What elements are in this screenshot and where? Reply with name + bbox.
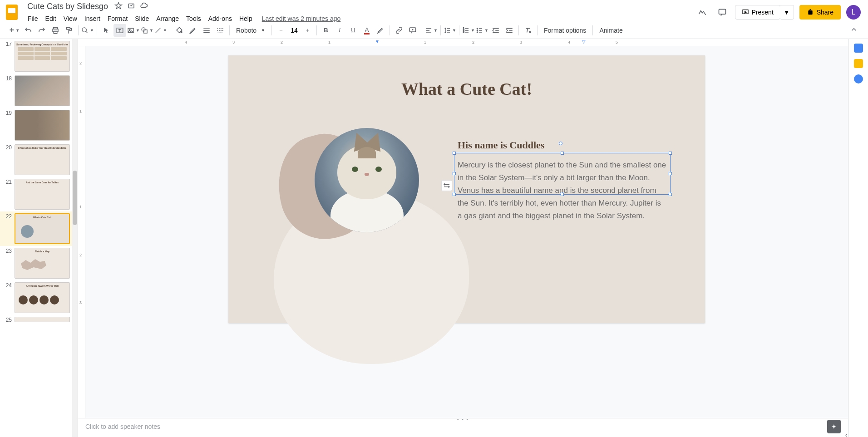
print-button[interactable] xyxy=(49,24,62,37)
notes-resize-grip[interactable]: • • • xyxy=(457,417,469,422)
select-tool[interactable] xyxy=(100,24,113,37)
menu-format[interactable]: Format xyxy=(104,13,131,24)
notes-placeholder: Click to add speaker notes xyxy=(85,423,160,430)
menu-help[interactable]: Help xyxy=(236,13,256,24)
menu-view[interactable]: View xyxy=(60,13,80,24)
present-dropdown[interactable]: ▼ xyxy=(780,5,794,20)
slide-canvas[interactable]: What a Cute Cat! His name is Cuddles xyxy=(228,55,705,323)
font-size-increase[interactable]: + xyxy=(301,24,314,37)
redo-button[interactable] xyxy=(35,24,48,37)
textbox-tool[interactable] xyxy=(113,24,126,37)
menu-edit[interactable]: Edit xyxy=(42,13,59,24)
calendar-icon[interactable] xyxy=(854,44,863,53)
selection-handle-sw[interactable] xyxy=(453,193,456,196)
slide-thumb-19[interactable] xyxy=(15,110,70,141)
selection-handle-e[interactable] xyxy=(669,172,672,175)
expand-right-panel[interactable]: ‹ xyxy=(842,428,851,437)
slide-body-text[interactable]: Mercury is the closest planet to the Sun… xyxy=(458,159,666,222)
sidebar-scrollbar-thumb[interactable] xyxy=(73,171,77,225)
menu-insert[interactable]: Insert xyxy=(81,13,104,24)
font-size-decrease[interactable]: − xyxy=(275,24,287,37)
text-color-button[interactable]: A xyxy=(360,24,373,37)
selection-handle-w[interactable] xyxy=(453,172,456,175)
activity-icon[interactable] xyxy=(695,5,710,20)
slide-thumb-22[interactable]: What a Cute Cat! xyxy=(15,213,70,244)
selection-handle-nw[interactable] xyxy=(453,152,456,155)
present-button[interactable]: Present xyxy=(735,5,780,20)
undo-button[interactable] xyxy=(22,24,35,37)
star-icon[interactable] xyxy=(114,2,123,11)
slide-thumb-21[interactable]: And the Same Goes for Tables xyxy=(15,179,70,210)
svg-rect-12 xyxy=(144,29,147,33)
slide-thumb-25[interactable] xyxy=(15,317,70,322)
menu-addons[interactable]: Add-ons xyxy=(205,13,235,24)
fill-color-button[interactable] xyxy=(173,24,186,37)
menu-tools[interactable]: Tools xyxy=(183,13,204,24)
slide-thumb-20[interactable]: Infographics Make Your Idea Understandab… xyxy=(15,144,70,175)
slide-number: 17 xyxy=(5,41,12,72)
explore-button[interactable]: ✦ xyxy=(827,420,841,433)
line-spacing-button[interactable]: ▼ xyxy=(444,24,456,37)
menu-slide[interactable]: Slide xyxy=(132,13,152,24)
slide-panel[interactable]: 17 Sometimes, Reviewing Concepts Is a Go… xyxy=(0,39,78,437)
vertical-ruler[interactable]: 2 1 1 2 3 xyxy=(78,46,85,437)
horizontal-ruler[interactable]: 4 3 2 1 1 2 3 4 5 ▼ ▽ xyxy=(78,39,848,46)
tasks-icon[interactable] xyxy=(854,74,863,83)
slides-logo[interactable] xyxy=(4,4,20,20)
selection-handle-se[interactable] xyxy=(669,193,672,196)
paint-format-button[interactable] xyxy=(63,24,75,37)
bullet-list-button[interactable]: ▼ xyxy=(476,24,488,37)
underline-button[interactable]: U xyxy=(347,24,360,37)
share-button[interactable]: Share xyxy=(799,5,841,20)
slide-title[interactable]: What a Cute Cat! xyxy=(228,79,705,99)
bold-button[interactable]: B xyxy=(320,24,332,37)
indent-increase-button[interactable] xyxy=(503,24,516,37)
cat-image[interactable] xyxy=(315,128,419,232)
clear-formatting-button[interactable] xyxy=(522,24,534,37)
indent-marker-left[interactable]: ▼ xyxy=(375,39,380,44)
doc-title[interactable]: Cute Cats by Slidesgo xyxy=(25,1,111,12)
slide-thumb-24[interactable]: A Timeline Always Works Well xyxy=(15,282,70,313)
font-size-input[interactable] xyxy=(287,25,301,36)
shape-tool[interactable]: ▼ xyxy=(141,24,153,37)
link-button[interactable] xyxy=(393,24,405,37)
numbered-list-button[interactable]: 123▼ xyxy=(462,24,475,37)
align-button[interactable]: ▼ xyxy=(425,24,438,37)
selection-handle-ne[interactable] xyxy=(669,152,672,155)
menu-arrange[interactable]: Arrange xyxy=(153,13,182,24)
speaker-notes[interactable]: • • • Click to add speaker notes ✦ ‹ xyxy=(78,418,848,437)
autofit-options-icon[interactable] xyxy=(441,180,452,191)
slide-number: 21 xyxy=(5,179,12,210)
avatar[interactable]: L xyxy=(846,5,861,20)
comment-button[interactable] xyxy=(406,24,419,37)
slide-number: 25 xyxy=(5,317,12,323)
animate-button[interactable]: Animate xyxy=(596,25,626,36)
comments-icon[interactable] xyxy=(715,5,730,20)
font-family-select[interactable]: Roboto▼ xyxy=(232,25,269,36)
border-color-button[interactable] xyxy=(187,24,199,37)
border-weight-button[interactable] xyxy=(200,24,213,37)
svg-point-19 xyxy=(477,32,478,33)
slide-thumb-23[interactable]: This Is a Map xyxy=(15,248,70,279)
slide-thumb-18[interactable] xyxy=(15,75,70,106)
highlight-button[interactable] xyxy=(374,24,387,37)
indent-marker-right[interactable]: ▽ xyxy=(582,39,586,44)
selection-handle-n[interactable] xyxy=(561,152,564,155)
indent-decrease-button[interactable] xyxy=(489,24,502,37)
italic-button[interactable]: I xyxy=(333,24,346,37)
new-slide-button[interactable]: +▼ xyxy=(8,24,21,37)
last-edit-link[interactable]: Last edit was 2 minutes ago xyxy=(262,15,341,22)
zoom-button[interactable]: ▼ xyxy=(81,24,94,37)
line-tool[interactable]: ▼ xyxy=(154,24,167,37)
rotation-handle[interactable] xyxy=(559,142,562,145)
collapse-toolbar-button[interactable] xyxy=(848,24,860,37)
slide-thumb-17[interactable]: Sometimes, Reviewing Concepts Is a Good … xyxy=(15,41,70,72)
move-icon[interactable] xyxy=(127,2,135,11)
image-tool[interactable]: ▼ xyxy=(127,24,140,37)
format-options-button[interactable]: Format options xyxy=(540,25,590,36)
border-dash-button[interactable] xyxy=(214,24,227,37)
keep-icon[interactable] xyxy=(854,59,863,68)
cloud-icon[interactable] xyxy=(140,2,148,11)
menu-file[interactable]: File xyxy=(25,13,41,24)
slide-subtitle[interactable]: His name is Cuddles xyxy=(458,139,544,151)
